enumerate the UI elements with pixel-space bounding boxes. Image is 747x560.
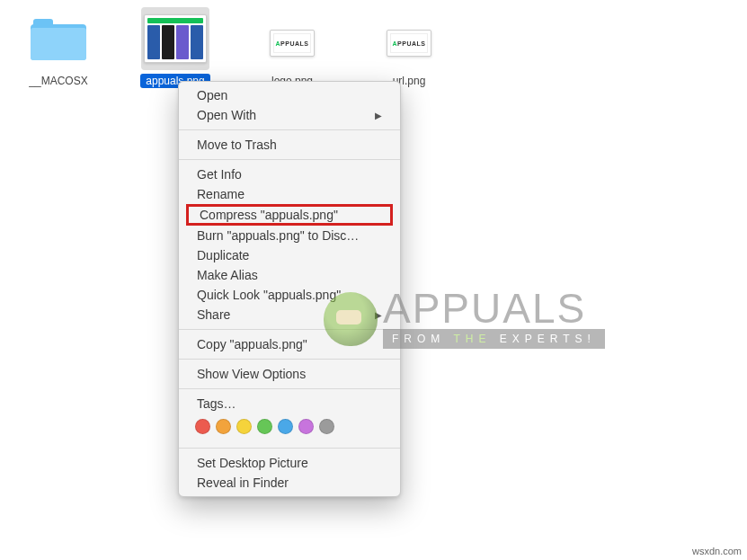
menu-label: Set Desktop Picture [197,456,308,470]
menu-label: Show View Options [197,367,306,381]
menu-get-info[interactable]: Get Info [179,164,400,184]
menu-separator [179,159,400,160]
chevron-right-icon: ▶ [375,111,382,120]
menu-open-with[interactable]: Open With ▶ [179,105,400,125]
tag-purple[interactable] [298,419,314,434]
menu-quick-look[interactable]: Quick Look "appuals.png" [179,285,400,305]
file-item-image[interactable]: APPUALS logo.png [252,7,333,88]
menu-label: Open [197,88,227,102]
menu-show-view-options[interactable]: Show View Options [179,364,400,384]
menu-label: Duplicate [197,248,249,262]
menu-label: Reveal in Finder [197,476,289,490]
menu-label: Rename [197,187,245,201]
menu-label: Share [197,307,230,322]
menu-separator [179,448,400,449]
image-thumbnail-icon [144,14,207,63]
tags-row [179,413,400,443]
menu-share[interactable]: Share ▶ [179,305,400,324]
menu-compress[interactable]: Compress "appuals.png" [189,207,390,223]
menu-make-alias[interactable]: Make Alias [179,265,400,285]
finder-desktop[interactable]: __MACOSX appuals.png APPUALS logo.png [0,0,747,560]
menu-label: Make Alias [197,268,258,282]
menu-label: Compress "appuals.png" [200,208,338,222]
tag-blue[interactable] [278,419,293,434]
tag-gray[interactable] [319,419,334,434]
menu-open[interactable]: Open [179,85,400,105]
tag-green[interactable] [257,419,272,434]
folder-icon [31,17,86,60]
menu-label: Get Info [197,167,242,182]
menu-label: Tags… [197,396,236,411]
menu-rename[interactable]: Rename [179,184,400,204]
watermark-title: APPUALS [383,289,605,329]
context-menu: Open Open With ▶ Move to Trash Get Info … [178,81,401,497]
menu-label: Quick Look "appuals.png" [197,288,341,302]
menu-separator [179,359,400,360]
tag-orange[interactable] [216,419,231,434]
image-thumbnail-icon: APPUALS [387,30,431,57]
credit-text: wsxdn.com [692,546,742,556]
menu-label: Open With [197,108,256,122]
tag-red[interactable] [195,419,210,434]
menu-move-to-trash[interactable]: Move to Trash [179,135,400,155]
menu-separator [179,129,400,130]
menu-label: Burn "appuals.png" to Disc… [197,228,359,243]
file-grid: __MACOSX appuals.png APPUALS logo.png [9,7,738,88]
menu-set-desktop-picture[interactable]: Set Desktop Picture [179,453,400,473]
annotation-highlight: Compress "appuals.png" [186,204,393,226]
tag-yellow[interactable] [236,419,252,434]
menu-label: Move to Trash [197,138,277,152]
menu-copy[interactable]: Copy "appuals.png" [179,334,400,354]
file-item-selected[interactable]: appuals.png [135,7,216,88]
menu-burn[interactable]: Burn "appuals.png" to Disc… [179,226,400,245]
menu-separator [179,329,400,330]
file-label: __MACOSX [23,74,93,88]
menu-duplicate[interactable]: Duplicate [179,245,400,265]
menu-separator [179,388,400,389]
menu-reveal-in-finder[interactable]: Reveal in Finder [179,473,400,493]
file-item-folder[interactable]: __MACOSX [18,7,99,88]
file-item-image[interactable]: APPUALS url.png [369,7,449,88]
watermark-subtitle: FROM THE EXPERTS! [383,329,605,349]
chevron-right-icon: ▶ [375,310,382,320]
menu-tags[interactable]: Tags… [179,394,400,413]
image-thumbnail-icon: APPUALS [270,30,315,57]
menu-label: Copy "appuals.png" [197,337,307,351]
